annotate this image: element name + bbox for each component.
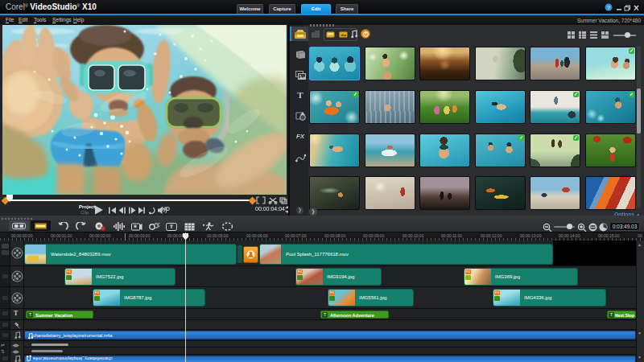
- svg-text:?: ?: [607, 5, 610, 10]
